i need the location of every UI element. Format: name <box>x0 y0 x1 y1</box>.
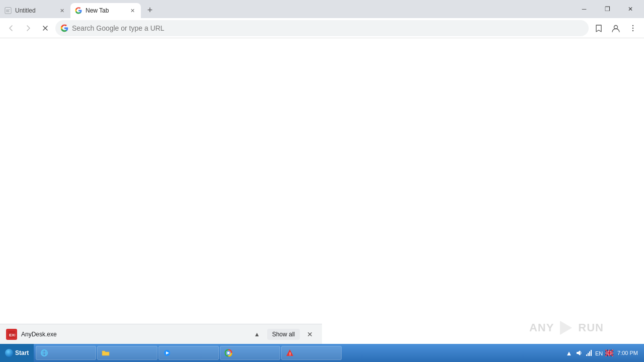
warning-icon: ! <box>286 349 294 357</box>
profile-button[interactable] <box>609 21 623 35</box>
svg-marker-8 <box>560 321 572 335</box>
media-icon <box>163 349 171 357</box>
taskbar: Start <box>0 344 644 362</box>
back-button[interactable] <box>4 21 18 35</box>
start-button[interactable]: Start <box>0 344 34 362</box>
svg-point-6 <box>632 27 633 28</box>
download-close-button[interactable]: ✕ <box>304 328 316 340</box>
chrome-icon <box>224 349 232 357</box>
taskbar-time[interactable]: 7:00 PM <box>615 349 640 356</box>
show-hidden-icons-button[interactable]: ▲ <box>565 349 573 357</box>
tab-strip: Untitled ✕ New Tab ✕ + <box>0 0 571 18</box>
svg-text:EN: EN <box>595 350 603 356</box>
anyrun-text: ANY <box>529 321 554 334</box>
tab-untitled[interactable]: Untitled ✕ <box>0 3 70 18</box>
taskbar-task-files[interactable] <box>97 346 157 360</box>
download-bar: EXE AnyDesk.exe ▲ Show all ✕ <box>0 324 322 344</box>
svg-rect-22 <box>588 353 589 356</box>
svg-point-18 <box>227 352 230 354</box>
anyrun-logo <box>557 319 575 337</box>
close-button[interactable]: ✕ <box>619 0 642 18</box>
taskbar-task-ie[interactable] <box>36 346 96 360</box>
ie-icon <box>40 349 48 357</box>
minimize-button[interactable]: ─ <box>573 0 596 18</box>
start-label: Start <box>15 349 29 356</box>
new-tab-button[interactable]: + <box>143 3 157 17</box>
svg-point-7 <box>632 30 633 31</box>
svg-text:EXE: EXE <box>9 333 15 337</box>
svg-rect-21 <box>586 354 587 356</box>
window-controls: ─ ❐ ✕ <box>571 0 644 18</box>
tab-untitled-title: Untitled <box>15 7 54 14</box>
folder-icon <box>102 349 110 357</box>
taskbar-task-chrome[interactable] <box>220 346 280 360</box>
taskbar-tray: ▲ EN <box>561 344 644 362</box>
untitled-favicon <box>4 7 12 15</box>
toolbar <box>0 18 644 38</box>
title-bar: Untitled ✕ New Tab ✕ + ─ ❐ ✕ <box>0 0 644 18</box>
reload-button[interactable] <box>38 21 52 35</box>
start-orb <box>5 349 13 357</box>
download-filename: AnyDesk.exe <box>21 331 247 338</box>
menu-button[interactable] <box>626 21 640 35</box>
show-all-button[interactable]: Show all <box>267 329 300 340</box>
anyrun-run-text: RUN <box>578 321 604 334</box>
tab-new-tab-title: New Tab <box>86 7 125 14</box>
flag-icon[interactable] <box>605 349 613 357</box>
new-tab-favicon <box>74 7 83 15</box>
svg-point-5 <box>632 25 633 26</box>
forward-button[interactable] <box>21 21 35 35</box>
page-content <box>0 38 644 324</box>
address-bar[interactable] <box>55 20 589 36</box>
bookmark-button[interactable] <box>592 21 606 35</box>
svg-rect-24 <box>591 350 592 356</box>
volume-icon[interactable] <box>575 349 583 357</box>
tab-untitled-close[interactable]: ✕ <box>57 6 66 15</box>
taskbar-tasks: ! <box>34 344 561 362</box>
language-icon[interactable]: EN <box>595 349 603 357</box>
address-input[interactable] <box>72 21 584 36</box>
svg-rect-3 <box>6 12 10 12</box>
anyrun-watermark: ANY RUN <box>529 319 604 337</box>
taskbar-task-anydesk[interactable]: ! <box>281 346 342 360</box>
tab-new-tab-close[interactable]: ✕ <box>128 6 137 15</box>
svg-rect-2 <box>6 11 9 11</box>
address-bar-favicon <box>60 24 69 33</box>
svg-rect-23 <box>589 351 590 356</box>
download-chevron-button[interactable]: ▲ <box>251 328 263 340</box>
svg-text:!: ! <box>289 351 291 356</box>
restore-button[interactable]: ❐ <box>596 0 619 18</box>
download-file-icon: EXE <box>6 329 17 340</box>
taskbar-task-media[interactable] <box>158 346 219 360</box>
tab-new-tab[interactable]: New Tab ✕ <box>70 3 141 18</box>
time-display: 7:00 PM <box>617 349 638 356</box>
network-icon[interactable] <box>585 349 593 357</box>
svg-rect-1 <box>6 10 10 10</box>
